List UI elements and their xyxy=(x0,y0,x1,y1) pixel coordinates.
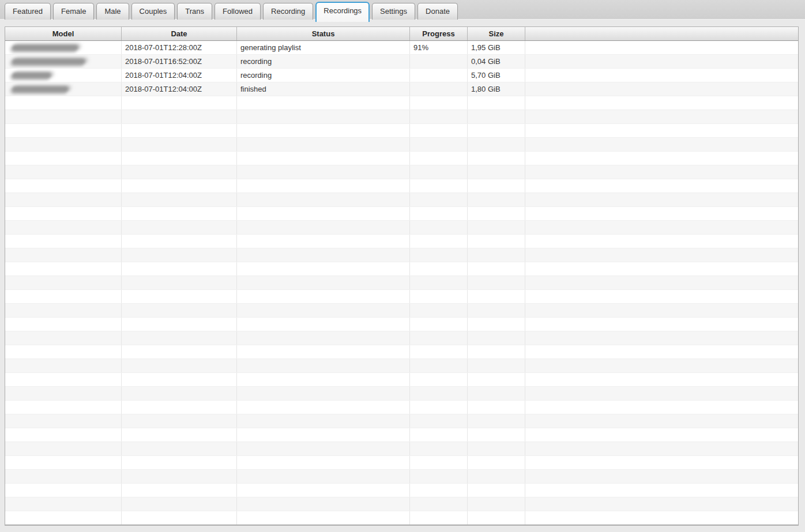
empty-row[interactable] xyxy=(5,248,798,262)
spacer-cell xyxy=(525,41,798,54)
tab-couples[interactable]: Couples xyxy=(131,3,175,20)
empty-row[interactable] xyxy=(5,124,798,138)
empty-row[interactable] xyxy=(5,235,798,248)
recordings-table: Model Date Status Progress Size 2018-07-… xyxy=(5,27,799,526)
tab-female[interactable]: Female xyxy=(53,3,94,20)
status-cell: recording xyxy=(237,69,410,82)
empty-row[interactable] xyxy=(5,262,798,276)
status-cell: finished xyxy=(237,82,410,96)
empty-row[interactable] xyxy=(5,179,798,193)
empty-row[interactable] xyxy=(5,497,798,511)
empty-row[interactable] xyxy=(5,207,798,221)
empty-row[interactable] xyxy=(5,484,798,497)
empty-row[interactable] xyxy=(5,138,798,152)
date-cell: 2018-07-01T12:04:00Z xyxy=(122,82,237,96)
spacer-cell xyxy=(525,69,798,82)
empty-row[interactable] xyxy=(5,387,798,401)
date-cell: 2018-07-01T16:52:00Z xyxy=(122,55,237,68)
empty-row[interactable] xyxy=(5,525,798,526)
table-row[interactable]: 2018-07-01T16:52:00Zrecording0,04 GiB xyxy=(5,55,798,69)
column-header-size[interactable]: Size xyxy=(468,27,525,40)
column-header-date[interactable]: Date xyxy=(122,27,237,40)
empty-row[interactable] xyxy=(5,304,798,318)
table-row[interactable]: 2018-07-01T12:04:00Zrecording5,70 GiB xyxy=(5,69,798,82)
spacer-cell xyxy=(525,82,798,96)
progress-cell xyxy=(410,82,468,96)
model-cell xyxy=(5,69,122,82)
empty-row[interactable] xyxy=(5,276,798,290)
size-cell: 1,80 GiB xyxy=(468,82,525,96)
table-row[interactable]: 2018-07-01T12:04:00Zfinished1,80 GiB xyxy=(5,82,798,96)
empty-row[interactable] xyxy=(5,470,798,484)
empty-row[interactable] xyxy=(5,414,798,428)
empty-row[interactable] xyxy=(5,511,798,525)
empty-row[interactable] xyxy=(5,193,798,207)
size-cell: 0,04 GiB xyxy=(468,55,525,68)
date-cell: 2018-07-01T12:04:00Z xyxy=(122,69,237,82)
redacted-model-name xyxy=(12,58,85,65)
table-body: 2018-07-01T12:28:00Zgenerating playlist9… xyxy=(5,41,798,526)
column-header-spacer xyxy=(525,27,798,40)
table-row[interactable]: 2018-07-01T12:28:00Zgenerating playlist9… xyxy=(5,41,798,55)
table-header: Model Date Status Progress Size xyxy=(5,27,798,41)
empty-row[interactable] xyxy=(5,221,798,235)
empty-row[interactable] xyxy=(5,318,798,331)
tab-trans[interactable]: Trans xyxy=(177,3,212,20)
progress-cell xyxy=(410,69,468,82)
empty-row[interactable] xyxy=(5,96,798,110)
size-cell: 1,95 GiB xyxy=(468,41,525,54)
date-cell: 2018-07-01T12:28:00Z xyxy=(122,41,237,54)
status-cell: generating playlist xyxy=(237,41,410,54)
empty-row[interactable] xyxy=(5,165,798,179)
empty-row[interactable] xyxy=(5,290,798,304)
tab-donate[interactable]: Donate xyxy=(417,3,458,20)
empty-row[interactable] xyxy=(5,428,798,442)
redacted-model-name xyxy=(12,44,78,51)
tab-male[interactable]: Male xyxy=(96,3,129,20)
tab-recordings[interactable]: Recordings xyxy=(315,2,370,22)
empty-row[interactable] xyxy=(5,373,798,387)
tab-settings[interactable]: Settings xyxy=(372,3,415,20)
tab-featured[interactable]: Featured xyxy=(5,3,51,20)
tab-bar: FeaturedFemaleMaleCouplesTransFollowedRe… xyxy=(0,0,805,20)
status-cell: recording xyxy=(237,55,410,68)
model-cell xyxy=(5,41,122,54)
model-cell xyxy=(5,55,122,68)
empty-row[interactable] xyxy=(5,359,798,373)
size-cell: 5,70 GiB xyxy=(468,69,525,82)
empty-row[interactable] xyxy=(5,345,798,359)
progress-cell xyxy=(410,55,468,68)
redacted-model-name xyxy=(12,72,51,78)
empty-row[interactable] xyxy=(5,110,798,124)
spacer-cell xyxy=(525,55,798,68)
column-header-progress[interactable]: Progress xyxy=(410,27,468,40)
empty-row[interactable] xyxy=(5,331,798,345)
progress-cell: 91% xyxy=(410,41,468,54)
tab-recording[interactable]: Recording xyxy=(263,3,313,20)
empty-row[interactable] xyxy=(5,442,798,456)
empty-row[interactable] xyxy=(5,456,798,470)
empty-row[interactable] xyxy=(5,401,798,414)
model-cell xyxy=(5,82,122,96)
redacted-model-name xyxy=(12,86,69,92)
tab-followed[interactable]: Followed xyxy=(215,3,261,20)
column-header-model[interactable]: Model xyxy=(5,27,122,40)
column-header-status[interactable]: Status xyxy=(237,27,410,40)
empty-row[interactable] xyxy=(5,152,798,165)
